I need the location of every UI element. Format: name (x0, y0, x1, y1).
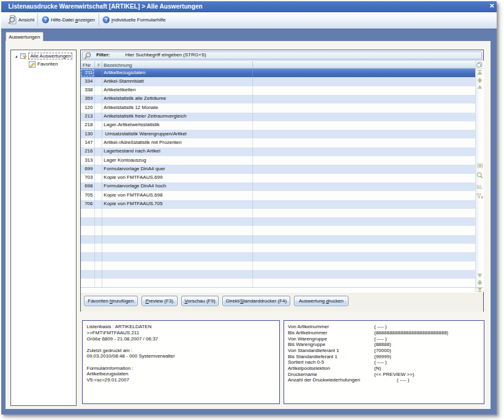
svg-text:?: ? (104, 17, 107, 23)
svg-text:?: ? (44, 17, 47, 23)
svg-text:SA: SA (476, 184, 481, 188)
